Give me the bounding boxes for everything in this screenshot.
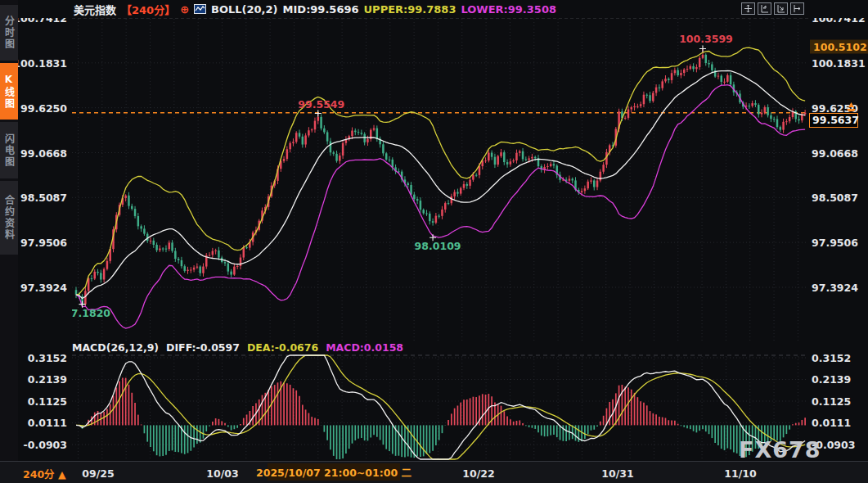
sidebar-tab-timeshare[interactable]: 分时图 <box>0 5 18 61</box>
macd-tick-label: 0.3152 <box>812 352 851 364</box>
boll-params-label: BOLL(20,2) <box>211 3 278 16</box>
left-price-axis: 100.7412100.183199.625099.066898.508797.… <box>18 0 70 461</box>
macd-chart[interactable] <box>72 354 808 461</box>
macd-diff-value: DIFF:-0.0597 <box>166 341 240 354</box>
macd-macd-value: MACD:0.0158 <box>326 341 403 354</box>
macd-tick-label: -0.0903 <box>24 439 67 451</box>
macd-dea-value: DEA:-0.0676 <box>247 341 318 354</box>
svg-text:97.1820: 97.1820 <box>72 307 110 319</box>
add-indicator-icon[interactable]: ⊕ <box>180 4 189 15</box>
zoom-x-axis-icon[interactable] <box>774 2 788 15</box>
sidebar-tab-label: 合约资料 <box>2 195 16 241</box>
macd-tick-label: 0.2139 <box>812 373 851 386</box>
date-tick-label: 10/22 <box>462 467 494 479</box>
sidebar-tab-lightning[interactable]: 闪电图 <box>0 122 18 178</box>
period-selector-label: 240分 <box>23 467 55 480</box>
reset-view-icon[interactable] <box>790 2 804 15</box>
chart-header: 美元指数 【240分】 ⊕ BOLL(20,2) MID:99.5696 UPP… <box>18 0 868 18</box>
price-tick-label: 97.9506 <box>20 237 67 249</box>
date-tick-label: 11/10 <box>724 467 756 479</box>
macd-params-label: MACD(26,12,9) <box>72 341 159 354</box>
price-tick-label: 97.3924 <box>812 282 858 294</box>
price-tick-label: 98.5087 <box>812 192 858 204</box>
price-alert-marker-icon[interactable] <box>846 99 857 108</box>
sidebar-tab-label: 闪电图 <box>2 133 16 168</box>
date-tick-label: 10/03 <box>206 467 238 479</box>
pan-tool-icon[interactable] <box>741 2 755 15</box>
price-tick-label: 99.0668 <box>812 147 858 159</box>
date-tick-label: 09/25 <box>82 467 114 479</box>
sidebar-tab-kline[interactable]: K线图 <box>0 63 18 120</box>
boll-lower-value: LOWER:99.3508 <box>461 3 556 16</box>
macd-tick-label: 0.3152 <box>28 352 67 364</box>
macd-tick-label: 0.1125 <box>28 395 67 407</box>
price-tick-label: 97.3924 <box>20 282 67 294</box>
price-tick-label: 100.1831 <box>13 56 67 69</box>
candlestick-chart[interactable]: 97.182099.554998.0109100.3599 <box>72 18 808 342</box>
price-tick-label: 99.6250 <box>20 102 67 114</box>
period-selector[interactable]: 240分 ▲ <box>23 465 66 481</box>
price-tick-label: 97.9506 <box>812 237 858 249</box>
session-high-label: 100.5102 <box>810 39 868 53</box>
sidebar: 分时图 K线图 闪电图 合约资料 <box>0 0 18 461</box>
price-tick-label: 100.1831 <box>812 56 866 69</box>
kline-chart-window: 分时图 K线图 闪电图 合约资料 美元指数 【240分】 ⊕ BOLL(20,2… <box>0 0 868 483</box>
period-label[interactable]: 【240分】 <box>121 2 175 17</box>
price-tick-label: 99.0668 <box>20 147 67 159</box>
sidebar-tab-label: K线图 <box>2 74 16 110</box>
macd-tick-label: 0.0111 <box>812 417 851 429</box>
svg-text:99.5549: 99.5549 <box>298 98 344 111</box>
macd-tick-label: 0.1125 <box>812 395 851 407</box>
watermark: FX678 <box>739 437 821 463</box>
macd-tick-label: 0.0111 <box>28 417 67 429</box>
crosshair-date-tooltip: 2025/10/07 21:00~01:00 二 <box>268 463 400 481</box>
svg-text:98.0109: 98.0109 <box>415 240 461 252</box>
price-tick-label: 98.5087 <box>20 192 67 204</box>
svg-text:100.3599: 100.3599 <box>679 33 733 45</box>
macd-tick-label: 0.2139 <box>28 373 67 386</box>
time-axis-bar: 240分 ▲ 2025/10/07 21:00~01:00 二 09/2510/… <box>0 461 868 483</box>
zoom-y-axis-icon[interactable] <box>758 2 771 15</box>
indicator-chart-icon <box>194 4 206 14</box>
macd-indicator-labels: MACD(26,12,9) DIFF:-0.0597 DEA:-0.0676 M… <box>72 341 403 354</box>
chevron-up-icon: ▲ <box>58 467 66 480</box>
boll-upper-value: UPPER:99.7883 <box>364 3 456 16</box>
chart-toolbar <box>741 2 804 15</box>
sidebar-tab-label: 分时图 <box>2 16 16 50</box>
date-tick-label: 10/31 <box>601 467 633 479</box>
sidebar-tab-contract-info[interactable]: 合约资料 <box>0 181 18 255</box>
current-price-box: 99.5637 <box>809 113 858 128</box>
boll-mid-value: MID:99.5696 <box>283 3 359 16</box>
symbol-title: 美元指数 <box>74 2 116 17</box>
right-price-axis: 100.7412100.183199.625099.066898.508797.… <box>808 0 868 461</box>
